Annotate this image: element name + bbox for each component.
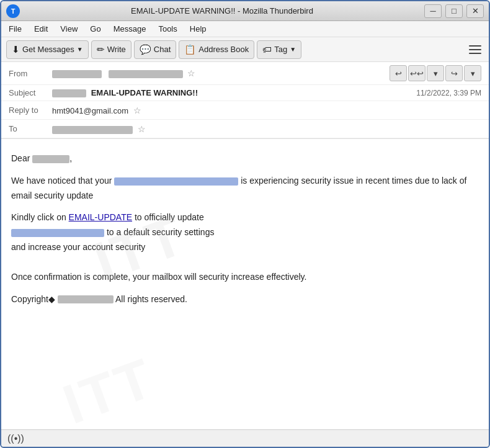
- copyright-paragraph: Copyright◆ All rights reserved.: [11, 292, 479, 307]
- from-row: From ☆ ↩ ↩↩ ▾ ↪ ▾: [1, 62, 489, 85]
- subject-label: Subject: [9, 88, 52, 97]
- subject-row: Subject EMAIL-UPDATE WARNING!! 11/2/2022…: [1, 85, 489, 101]
- menu-go[interactable]: Go: [85, 23, 105, 35]
- menu-help[interactable]: Help: [185, 23, 212, 35]
- email-date: 11/2/2022, 3:39 PM: [416, 89, 481, 97]
- to-redacted: [52, 126, 133, 134]
- get-messages-button[interactable]: ⬇ Get Messages ▼: [6, 40, 89, 59]
- menu-message[interactable]: Message: [109, 23, 151, 35]
- subject-value: EMAIL-UPDATE WARNING!!: [52, 88, 416, 97]
- chat-icon: 💬: [140, 44, 151, 55]
- to-label: To: [9, 124, 52, 133]
- menu-tools[interactable]: Tools: [153, 23, 182, 35]
- main-window: T EMAIL-UPDATE WARNING!! - Mozilla Thund…: [0, 0, 490, 448]
- address-book-icon: 📋: [184, 44, 196, 55]
- maximize-button[interactable]: □: [445, 4, 463, 18]
- tag-button[interactable]: 🏷 Tag ▼: [257, 40, 301, 59]
- hamburger-menu[interactable]: [466, 41, 484, 58]
- navigation-buttons: ↩ ↩↩ ▾ ↪ ▾: [390, 65, 481, 81]
- subject-redacted: [52, 89, 86, 97]
- menu-view[interactable]: View: [55, 23, 82, 35]
- to-value: ☆: [52, 124, 481, 134]
- body-paragraph-2: Kindly click on EMAIL-UPDATE to official…: [11, 210, 479, 254]
- para2-redacted: [11, 229, 104, 237]
- to-row: To ☆: [1, 120, 489, 138]
- reply-button[interactable]: ↩: [390, 65, 407, 81]
- body-paragraph-1: We have noticed that your is experiencin…: [11, 174, 479, 204]
- title-bar: T EMAIL-UPDATE WARNING!! - Mozilla Thund…: [1, 1, 489, 21]
- reply-to-star-icon[interactable]: ☆: [133, 105, 141, 115]
- app-logo: T: [6, 4, 20, 18]
- email-update-link[interactable]: EMAIL-UPDATE: [69, 212, 132, 222]
- more-button[interactable]: ▾: [464, 65, 481, 81]
- para1-redacted: [114, 177, 238, 186]
- watermark2: ITT: [50, 331, 167, 429]
- get-messages-dropdown-icon[interactable]: ▼: [77, 46, 83, 53]
- reply-to-value: hmt9041@gmail.com ☆: [52, 105, 481, 115]
- reply-all-button[interactable]: ↩↩: [408, 65, 425, 81]
- reply-to-label: Reply to: [9, 105, 52, 115]
- body-paragraph-3: Once confirmation is complete, your mail…: [11, 270, 479, 285]
- forward-button[interactable]: ↪: [445, 65, 463, 81]
- copyright-redacted: [58, 295, 114, 303]
- write-button[interactable]: ✏ Write: [91, 40, 131, 59]
- from-label: From: [9, 69, 52, 78]
- greeting-name: [32, 155, 69, 163]
- email-body: ITT ITT Dear , We have noticed that your…: [1, 139, 489, 429]
- chat-button[interactable]: 💬 Chat: [134, 40, 176, 59]
- from-redacted2: [109, 70, 183, 78]
- status-bar: ((•)): [1, 429, 489, 447]
- tag-icon: 🏷: [262, 44, 272, 55]
- address-book-button[interactable]: 📋 Address Book: [179, 40, 254, 59]
- write-icon: ✏: [97, 44, 105, 55]
- menu-edit[interactable]: Edit: [29, 23, 53, 35]
- minimize-button[interactable]: ─: [424, 4, 442, 18]
- tag-dropdown-icon[interactable]: ▼: [290, 46, 296, 53]
- window-title: EMAIL-UPDATE WARNING!! - Mozilla Thunder…: [25, 6, 419, 16]
- nav-dropdown-button[interactable]: ▾: [427, 65, 444, 81]
- reply-to-row: Reply to hmt9041@gmail.com ☆: [1, 101, 489, 120]
- connection-icon: ((•)): [7, 433, 24, 444]
- menu-file[interactable]: File: [4, 23, 27, 35]
- close-button[interactable]: ✕: [466, 4, 484, 18]
- from-star-icon[interactable]: ☆: [187, 68, 195, 78]
- from-redacted: [52, 70, 102, 78]
- to-star-icon[interactable]: ☆: [138, 124, 146, 134]
- window-controls: ─ □ ✕: [424, 4, 484, 18]
- greeting-paragraph: Dear ,: [11, 151, 479, 166]
- toolbar: ⬇ Get Messages ▼ ✏ Write 💬 Chat 📋 Addres…: [1, 37, 489, 62]
- menu-bar: File Edit View Go Message Tools Help: [1, 21, 489, 37]
- get-messages-icon: ⬇: [12, 44, 20, 55]
- greeting-dear: Dear: [11, 153, 30, 163]
- from-value: ☆: [52, 68, 390, 78]
- email-header: From ☆ ↩ ↩↩ ▾ ↪ ▾ Subject EMAIL-UPDATE W…: [1, 62, 489, 139]
